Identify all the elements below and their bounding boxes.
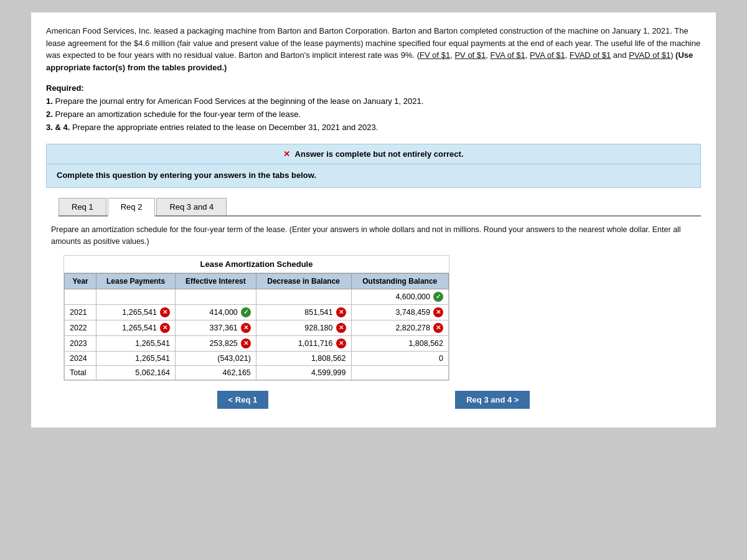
cell-decrease-2024: 1,808,562 bbox=[256, 351, 351, 365]
cell-decrease-2022: 928,180 ✕ bbox=[256, 320, 351, 335]
cell-balance-initial: 4,600,000 ✓ bbox=[351, 289, 448, 304]
answer-banner: ✕ Answer is complete but not entirely co… bbox=[46, 144, 701, 164]
cell-payments-2024: 1,265,541 bbox=[96, 351, 176, 365]
x-badge-2022-interest: ✕ bbox=[241, 323, 251, 333]
check-badge-2021-interest: ✓ bbox=[241, 307, 251, 317]
cell-year-2021: 2021 bbox=[65, 304, 96, 320]
cell-decrease-total: 4,599,999 bbox=[256, 365, 351, 380]
tab-req1[interactable]: Req 1 bbox=[59, 198, 106, 215]
tabs-container: Req 1 Req 2 Req 3 and 4 bbox=[59, 198, 701, 217]
cell-balance-2021: 3,748,459 ✕ bbox=[351, 304, 448, 320]
col-lease-payments: Lease Payments bbox=[96, 273, 176, 289]
table-row-2024: 2024 1,265,541 (543,021) 1,808,562 0 bbox=[65, 351, 449, 365]
intro-text: American Food Services, Inc. leased a pa… bbox=[46, 25, 701, 73]
prev-button[interactable]: < Req 1 bbox=[217, 391, 269, 409]
col-decrease: Decrease in Balance bbox=[256, 273, 351, 289]
cell-decrease-initial bbox=[256, 289, 351, 304]
cell-year-initial bbox=[65, 289, 96, 304]
cell-year-2023: 2023 bbox=[65, 335, 96, 351]
complete-instruction: Complete this question by entering your … bbox=[57, 170, 316, 180]
cell-interest-2024: (543,021) bbox=[175, 351, 256, 365]
table-row-initial: 4,600,000 ✓ bbox=[65, 289, 449, 304]
cell-decrease-2021: 851,541 ✕ bbox=[256, 304, 351, 320]
cell-payments-total: 5,062,164 bbox=[96, 365, 176, 380]
cell-payments-2022: 1,265,541 ✕ bbox=[96, 320, 176, 335]
required-item-1: 1. Prepare the journal entry for America… bbox=[46, 95, 701, 108]
table-row-total: Total 5,062,164 462,165 4,599,999 bbox=[65, 365, 449, 380]
x-icon: ✕ bbox=[283, 149, 290, 159]
nav-buttons: < Req 1 Req 3 and 4 > bbox=[51, 391, 696, 409]
cell-interest-2022: 337,361 ✕ bbox=[175, 320, 256, 335]
x-badge-2021-payments: ✕ bbox=[160, 307, 170, 317]
col-outstanding: Outstanding Balance bbox=[351, 273, 448, 289]
x-badge-2021-balance: ✕ bbox=[433, 307, 443, 317]
required-title: Required: bbox=[46, 83, 701, 93]
amort-table: Year Lease Payments Effective Interest D… bbox=[64, 273, 449, 380]
page-container: American Food Services, Inc. leased a pa… bbox=[31, 12, 716, 427]
cell-payments-2023: 1,265,541 bbox=[96, 335, 176, 351]
required-item-3: 3. & 4. Prepare the appropriate entries … bbox=[46, 121, 701, 134]
cell-payments-2021: 1,265,541 ✕ bbox=[96, 304, 176, 320]
x-badge-2022-decrease: ✕ bbox=[336, 323, 346, 333]
x-badge-2022-payments: ✕ bbox=[160, 323, 170, 333]
cell-balance-2024: 0 bbox=[351, 351, 448, 365]
tab-instructions: Prepare an amortization schedule for the… bbox=[51, 224, 696, 248]
tab-req2[interactable]: Req 2 bbox=[108, 198, 156, 217]
cell-year-total: Total bbox=[65, 365, 96, 380]
cell-year-2022: 2022 bbox=[65, 320, 96, 335]
x-badge-2023-interest: ✕ bbox=[241, 338, 251, 348]
required-item-2: 2. Prepare an amortization schedule for … bbox=[46, 108, 701, 121]
col-effective-interest: Effective Interest bbox=[175, 273, 256, 289]
answer-banner-text: Answer is complete but not entirely corr… bbox=[295, 149, 464, 159]
table-row-2023: 2023 1,265,541 253,825 ✕ bbox=[65, 335, 449, 351]
cell-interest-2023: 253,825 ✕ bbox=[175, 335, 256, 351]
tab-req3-4[interactable]: Req 3 and 4 bbox=[156, 198, 227, 215]
complete-banner: Complete this question by entering your … bbox=[46, 164, 701, 188]
cell-payments-initial bbox=[96, 289, 176, 304]
cell-balance-2022: 2,820,278 ✕ bbox=[351, 320, 448, 335]
cell-balance-total bbox=[351, 365, 448, 380]
schedule-title: Lease Amortization Schedule bbox=[64, 256, 449, 273]
required-section: Required: 1. Prepare the journal entry f… bbox=[46, 83, 701, 134]
x-badge-2021-decrease: ✕ bbox=[336, 307, 346, 317]
x-badge-2023-decrease: ✕ bbox=[336, 338, 346, 348]
cell-year-2024: 2024 bbox=[65, 351, 96, 365]
amortization-schedule: Lease Amortization Schedule Year Lease P… bbox=[63, 255, 449, 381]
check-badge-initial: ✓ bbox=[433, 292, 443, 302]
cell-decrease-2023: 1,011,716 ✕ bbox=[256, 335, 351, 351]
cell-interest-total: 462,165 bbox=[175, 365, 256, 380]
col-year: Year bbox=[65, 273, 96, 289]
next-button[interactable]: Req 3 and 4 > bbox=[455, 391, 530, 409]
cell-interest-2021: 414,000 ✓ bbox=[175, 304, 256, 320]
tab-content: Prepare an amortization schedule for the… bbox=[46, 224, 701, 409]
x-badge-2022-balance: ✕ bbox=[433, 323, 443, 333]
cell-interest-initial bbox=[175, 289, 256, 304]
table-row-2022: 2022 1,265,541 ✕ 337,361 ✕ bbox=[65, 320, 449, 335]
cell-balance-2023: 1,808,562 bbox=[351, 335, 448, 351]
table-row-2021: 2021 1,265,541 ✕ 414,000 ✓ bbox=[65, 304, 449, 320]
